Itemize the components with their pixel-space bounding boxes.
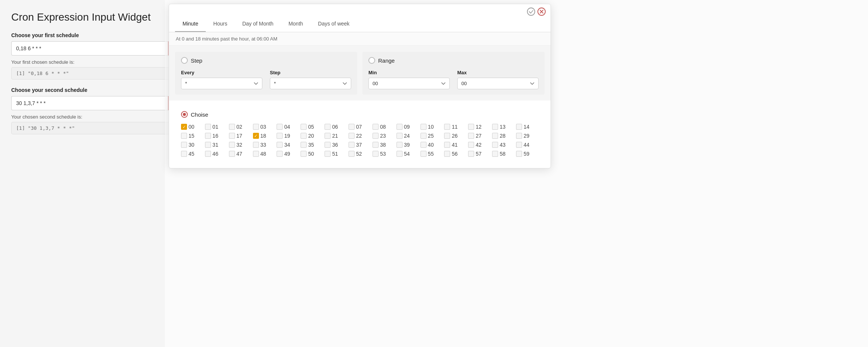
tab-month[interactable]: Month <box>281 16 311 32</box>
tab-day-of-month[interactable]: Day of Month <box>235 16 281 32</box>
choise-checkbox-08[interactable] <box>373 124 379 130</box>
choise-item[interactable]: 58 <box>492 151 515 157</box>
choise-checkbox-34[interactable] <box>277 142 283 148</box>
choise-checkbox-21[interactable] <box>325 133 331 139</box>
choise-item[interactable]: 44 <box>516 142 539 148</box>
choise-checkbox-09[interactable] <box>397 124 403 130</box>
max-select[interactable]: 00 <box>457 78 539 89</box>
choise-item[interactable]: 04 <box>277 124 299 130</box>
choise-checkbox-27[interactable] <box>468 133 474 139</box>
choise-checkbox-51[interactable] <box>325 151 331 157</box>
choise-checkbox-45[interactable] <box>181 151 187 157</box>
choise-item[interactable]: 47 <box>229 151 251 157</box>
choise-item[interactable]: 49 <box>277 151 299 157</box>
confirm-button[interactable] <box>527 7 536 16</box>
choise-item[interactable]: 55 <box>421 151 443 157</box>
choise-checkbox-41[interactable] <box>444 142 450 148</box>
choise-item[interactable]: 06 <box>325 124 347 130</box>
choise-checkbox-28[interactable] <box>492 133 498 139</box>
choise-item[interactable]: 35 <box>301 142 323 148</box>
choise-checkbox-15[interactable] <box>181 133 187 139</box>
choise-checkbox-53[interactable] <box>373 151 379 157</box>
choise-checkbox-31[interactable] <box>205 142 211 148</box>
choise-checkbox-38[interactable] <box>373 142 379 148</box>
choise-item[interactable]: 01 <box>205 124 227 130</box>
choise-item[interactable]: 13 <box>492 124 515 130</box>
choise-checkbox-02[interactable] <box>229 124 235 130</box>
choise-checkbox-26[interactable] <box>444 133 450 139</box>
choise-item[interactable]: 17 <box>229 133 251 139</box>
choise-checkbox-20[interactable] <box>301 133 307 139</box>
choise-item[interactable]: 22 <box>349 133 371 139</box>
choise-checkbox-58[interactable] <box>492 151 498 157</box>
choise-item[interactable]: 34 <box>277 142 299 148</box>
close-button[interactable] <box>537 7 546 16</box>
choise-item[interactable]: 59 <box>516 151 539 157</box>
choise-item[interactable]: 00 <box>181 124 204 130</box>
choise-checkbox-17[interactable] <box>229 133 235 139</box>
choise-item[interactable]: 42 <box>468 142 491 148</box>
choise-item[interactable]: 32 <box>229 142 251 148</box>
choise-checkbox-06[interactable] <box>325 124 331 130</box>
choise-item[interactable]: 45 <box>181 151 204 157</box>
choise-checkbox-30[interactable] <box>181 142 187 148</box>
choise-checkbox-19[interactable] <box>277 133 283 139</box>
choise-checkbox-33[interactable] <box>253 142 259 148</box>
choise-item[interactable]: 57 <box>468 151 491 157</box>
choise-radio[interactable] <box>181 111 188 118</box>
choise-checkbox-39[interactable] <box>397 142 403 148</box>
choise-checkbox-03[interactable] <box>253 124 259 130</box>
choise-checkbox-14[interactable] <box>516 124 522 130</box>
choise-item[interactable]: 52 <box>349 151 371 157</box>
choise-checkbox-25[interactable] <box>421 133 427 139</box>
tab-hours[interactable]: Hours <box>206 16 235 32</box>
choise-checkbox-47[interactable] <box>229 151 235 157</box>
choise-checkbox-00[interactable] <box>181 124 187 130</box>
choise-checkbox-54[interactable] <box>397 151 403 157</box>
choise-item[interactable]: 50 <box>301 151 323 157</box>
choise-checkbox-59[interactable] <box>516 151 522 157</box>
choise-checkbox-07[interactable] <box>349 124 355 130</box>
every-select[interactable]: * <box>181 78 262 89</box>
choise-checkbox-35[interactable] <box>301 142 307 148</box>
choise-item[interactable]: 24 <box>397 133 419 139</box>
choise-checkbox-52[interactable] <box>349 151 355 157</box>
choise-checkbox-11[interactable] <box>444 124 450 130</box>
choise-checkbox-29[interactable] <box>516 133 522 139</box>
choise-item[interactable]: 05 <box>301 124 323 130</box>
choise-checkbox-42[interactable] <box>468 142 474 148</box>
choise-item[interactable]: 12 <box>468 124 491 130</box>
choise-item[interactable]: 33 <box>253 142 275 148</box>
first-schedule-input[interactable] <box>11 41 168 56</box>
choise-item[interactable]: 31 <box>205 142 227 148</box>
choise-checkbox-43[interactable] <box>492 142 498 148</box>
choise-checkbox-44[interactable] <box>516 142 522 148</box>
choise-item[interactable]: 53 <box>373 151 395 157</box>
choise-item[interactable]: 02 <box>229 124 251 130</box>
choise-item[interactable]: 21 <box>325 133 347 139</box>
choise-checkbox-32[interactable] <box>229 142 235 148</box>
choise-item[interactable]: 41 <box>444 142 467 148</box>
range-radio[interactable] <box>368 57 375 64</box>
choise-item[interactable]: 48 <box>253 151 275 157</box>
second-schedule-input[interactable] <box>11 96 168 110</box>
choise-item[interactable]: 23 <box>373 133 395 139</box>
step-radio[interactable] <box>181 57 188 64</box>
choise-item[interactable]: 54 <box>397 151 419 157</box>
choise-item[interactable]: 26 <box>444 133 467 139</box>
choise-checkbox-55[interactable] <box>421 151 427 157</box>
choise-checkbox-04[interactable] <box>277 124 283 130</box>
choise-item[interactable]: 11 <box>444 124 467 130</box>
tab-minute[interactable]: Minute <box>175 16 206 32</box>
choise-item[interactable]: 51 <box>325 151 347 157</box>
choise-item[interactable]: 18 <box>253 133 275 139</box>
choise-item[interactable]: 37 <box>349 142 371 148</box>
choise-item[interactable]: 14 <box>516 124 539 130</box>
choise-item[interactable]: 56 <box>444 151 467 157</box>
choise-item[interactable]: 20 <box>301 133 323 139</box>
choise-checkbox-24[interactable] <box>397 133 403 139</box>
choise-item[interactable]: 27 <box>468 133 491 139</box>
choise-item[interactable]: 39 <box>397 142 419 148</box>
choise-item[interactable]: 36 <box>325 142 347 148</box>
choise-checkbox-18[interactable] <box>253 133 259 139</box>
